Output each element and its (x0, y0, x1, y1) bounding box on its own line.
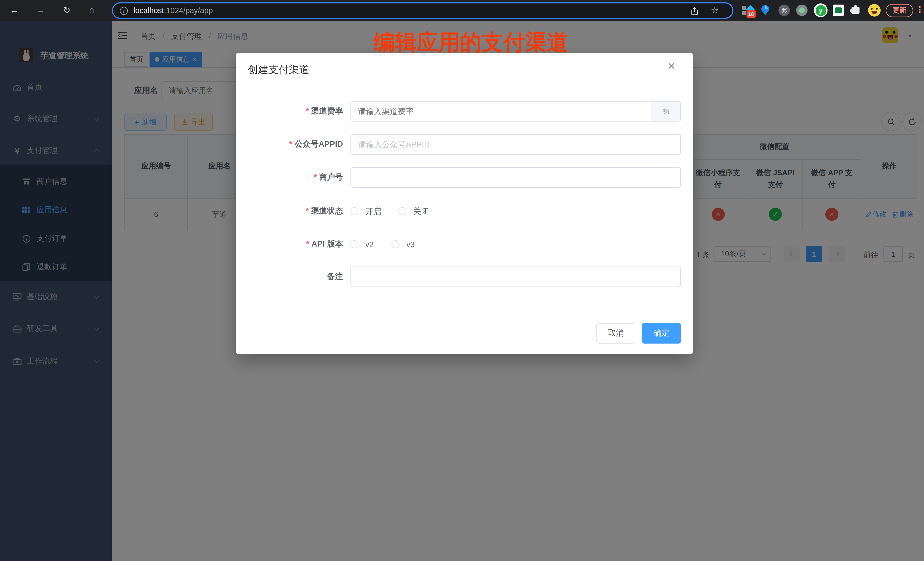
remark-label: 备注 (246, 272, 343, 282)
appid-input[interactable] (350, 134, 681, 154)
url-path: :1024/pay/app (164, 6, 213, 15)
channel-status-label: 渠道状态 (246, 206, 343, 216)
api-v3-radio[interactable] (392, 240, 399, 248)
dialog-title: 创建支付渠道 (248, 63, 309, 76)
screen: ← → ↻ ⌂ i localhost:1024/pay/app ☆ 10 ⌘ (0, 0, 924, 561)
extension-icon-5[interactable]: y (814, 3, 828, 17)
browser-reload-icon[interactable]: ↻ (60, 4, 73, 16)
fee-rate-suffix: % (651, 102, 680, 121)
status-off-radio[interactable] (398, 207, 406, 215)
create-pay-channel-dialog: 创建支付渠道 × 渠道费率 % 公众号APPID 商户号 渠道状态 开启 关闭 … (236, 53, 693, 354)
confirm-button[interactable]: 确定 (642, 323, 681, 344)
extension-icon-6[interactable] (832, 4, 844, 16)
browser-forward-icon[interactable]: → (34, 4, 47, 16)
profile-avatar-icon[interactable] (868, 4, 880, 16)
url-host: localhost (134, 6, 164, 15)
fee-rate-input[interactable] (351, 102, 651, 121)
merchant-no-input[interactable] (350, 167, 681, 188)
fee-rate-label: 渠道费率 (246, 106, 343, 116)
address-bar[interactable]: i localhost:1024/pay/app ☆ (112, 2, 734, 19)
extension-badge: 10 (747, 10, 756, 18)
extension-icon-1[interactable]: 10 (742, 4, 756, 17)
extension-icon-4[interactable] (796, 4, 808, 16)
cancel-button[interactable]: 取消 (596, 323, 635, 344)
annotation-text: 编辑应用的支付渠道 (365, 28, 576, 57)
api-version-label: API 版本 (246, 239, 343, 249)
browser-toolbar: ← → ↻ ⌂ i localhost:1024/pay/app ☆ 10 ⌘ (0, 0, 924, 21)
api-v2-option[interactable]: v2 (365, 240, 374, 249)
browser-menu-icon[interactable]: ⋮ (915, 4, 924, 15)
browser-home-icon[interactable]: ⌂ (86, 4, 98, 16)
merchant-no-label: 商户号 (246, 172, 343, 183)
browser-update-button[interactable]: 更新 (886, 4, 913, 17)
fee-rate-input-group: % (350, 101, 681, 122)
status-on-option[interactable]: 开启 (365, 207, 381, 217)
extension-icon-2[interactable] (760, 4, 771, 16)
api-v2-radio[interactable] (350, 240, 358, 248)
extension-icon-3[interactable]: ⌘ (778, 4, 790, 16)
status-off-option[interactable]: 关闭 (413, 207, 429, 217)
share-icon[interactable] (690, 6, 699, 15)
browser-back-icon[interactable]: ← (8, 4, 21, 16)
bookmark-star-icon[interactable]: ☆ (711, 5, 718, 15)
dialog-close-icon[interactable]: × (668, 59, 675, 74)
appid-label: 公众号APPID (246, 139, 343, 150)
remark-input[interactable] (350, 267, 681, 287)
site-info-icon[interactable]: i (120, 7, 128, 15)
api-v3-option[interactable]: v3 (406, 240, 415, 249)
status-on-radio[interactable] (350, 207, 358, 215)
extensions-puzzle-icon[interactable] (850, 4, 861, 15)
